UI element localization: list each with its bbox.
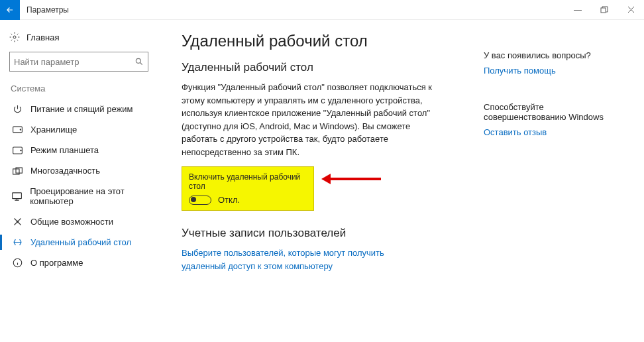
back-button[interactable] (0, 0, 20, 20)
titlebar: Параметры — (0, 0, 644, 20)
sidebar-item-label: Многозадачность (30, 166, 100, 176)
search-input[interactable] (14, 57, 134, 67)
questions-heading: У вас появились вопросы? (484, 50, 612, 60)
projection-icon (12, 192, 22, 201)
window-title: Параметры (27, 5, 69, 15)
shared-icon (12, 217, 23, 227)
sidebar-item-multitask[interactable]: Многозадачность (9, 160, 166, 181)
main-panel: Удаленный рабочий стол Удаленный рабочий… (166, 20, 484, 342)
sidebar-item-label: Питание и спящий режим (30, 104, 133, 114)
svg-point-6 (20, 150, 21, 150)
remote-desktop-icon (12, 237, 23, 247)
sidebar-home-label: Главная (27, 32, 59, 42)
sidebar-item-label: Хранилище (30, 125, 77, 135)
minimize-button[interactable]: — (564, 0, 591, 20)
get-help-link[interactable]: Получить помощь (484, 66, 612, 76)
sidebar-home[interactable]: Главная (9, 28, 166, 52)
sidebar: Главная Система Питание и спящий режим Х… (0, 20, 166, 342)
window-controls: — (564, 0, 644, 20)
remote-desktop-toggle[interactable] (189, 196, 211, 205)
svg-point-2 (136, 58, 140, 63)
svg-rect-0 (601, 8, 606, 13)
close-button[interactable] (617, 0, 644, 20)
feedback-link[interactable]: Оставить отзыв (484, 127, 612, 137)
sidebar-item-projection[interactable]: Проецирование на этот компьютер (9, 181, 166, 211)
select-users-link[interactable]: Выберите пользователей, которые могут по… (182, 247, 420, 272)
accounts-heading: Учетные записи пользователей (182, 227, 468, 240)
svg-point-4 (20, 129, 21, 130)
sidebar-item-label: Общие возможности (30, 217, 113, 227)
sidebar-item-label: О программе (30, 258, 83, 268)
toggle-state: Откл. (218, 195, 240, 205)
section-heading: Удаленный рабочий стол (182, 61, 468, 74)
toggle-label: Включить удаленный рабочий стол (189, 172, 307, 191)
info-icon (12, 258, 23, 268)
section-description: Функция "Удаленный рабочий стол" позволя… (182, 81, 447, 158)
svg-point-1 (13, 36, 16, 38)
remote-desktop-toggle-block: Включить удаленный рабочий стол Откл. (182, 166, 314, 211)
gear-icon (9, 32, 20, 42)
right-column: У вас появились вопросы? Получить помощь… (484, 20, 623, 342)
search-box[interactable] (9, 52, 148, 72)
svg-point-10 (17, 221, 19, 223)
improve-heading: Способствуйте совершенствованию Windows (484, 102, 612, 122)
sidebar-item-storage[interactable]: Хранилище (9, 119, 166, 140)
sidebar-item-remote-desktop[interactable]: Удаленный рабочий стол (9, 232, 166, 253)
page-title: Удаленный рабочий стол (182, 32, 468, 50)
search-icon (134, 57, 144, 66)
sidebar-item-label: Режим планшета (30, 145, 99, 155)
multitask-icon (12, 167, 23, 175)
svg-rect-9 (13, 192, 22, 198)
sidebar-item-shared[interactable]: Общие возможности (9, 211, 166, 232)
maximize-button[interactable] (591, 0, 617, 20)
storage-icon (12, 126, 23, 133)
power-icon (12, 104, 23, 114)
sidebar-item-label: Удаленный рабочий стол (30, 237, 131, 247)
sidebar-item-tablet[interactable]: Режим планшета (9, 140, 166, 160)
tablet-icon (12, 146, 23, 154)
sidebar-item-about[interactable]: О программе (9, 253, 166, 273)
sidebar-item-label: Проецирование на этот компьютер (30, 186, 163, 206)
sidebar-section-label: Система (11, 84, 166, 93)
annotation-arrow (328, 178, 381, 180)
sidebar-item-power[interactable]: Питание и спящий режим (9, 99, 166, 119)
